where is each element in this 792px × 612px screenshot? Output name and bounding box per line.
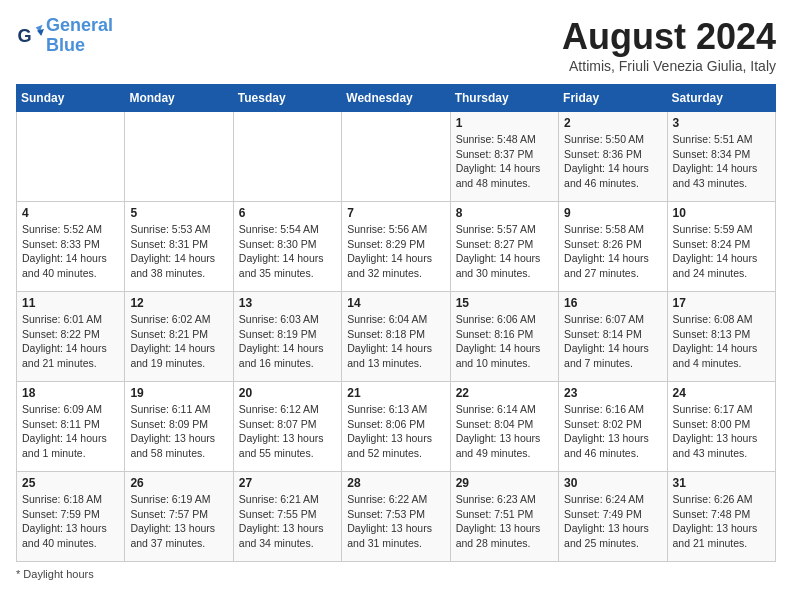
day-info: Sunrise: 5:56 AM Sunset: 8:29 PM Dayligh…	[347, 222, 444, 281]
day-number: 7	[347, 206, 444, 220]
calendar-week-row: 11Sunrise: 6:01 AM Sunset: 8:22 PM Dayli…	[17, 292, 776, 382]
day-number: 16	[564, 296, 661, 310]
day-number: 5	[130, 206, 227, 220]
day-info: Sunrise: 5:51 AM Sunset: 8:34 PM Dayligh…	[673, 132, 770, 191]
day-number: 25	[22, 476, 119, 490]
calendar-cell: 17Sunrise: 6:08 AM Sunset: 8:13 PM Dayli…	[667, 292, 775, 382]
weekday-header: Saturday	[667, 85, 775, 112]
day-info: Sunrise: 6:02 AM Sunset: 8:21 PM Dayligh…	[130, 312, 227, 371]
day-number: 19	[130, 386, 227, 400]
calendar-cell: 1Sunrise: 5:48 AM Sunset: 8:37 PM Daylig…	[450, 112, 558, 202]
day-number: 27	[239, 476, 336, 490]
day-number: 1	[456, 116, 553, 130]
day-info: Sunrise: 6:04 AM Sunset: 8:18 PM Dayligh…	[347, 312, 444, 371]
day-number: 14	[347, 296, 444, 310]
calendar-week-row: 4Sunrise: 5:52 AM Sunset: 8:33 PM Daylig…	[17, 202, 776, 292]
day-info: Sunrise: 6:11 AM Sunset: 8:09 PM Dayligh…	[130, 402, 227, 461]
calendar-cell: 16Sunrise: 6:07 AM Sunset: 8:14 PM Dayli…	[559, 292, 667, 382]
calendar-cell: 14Sunrise: 6:04 AM Sunset: 8:18 PM Dayli…	[342, 292, 450, 382]
weekday-header: Tuesday	[233, 85, 341, 112]
day-info: Sunrise: 6:12 AM Sunset: 8:07 PM Dayligh…	[239, 402, 336, 461]
calendar-cell: 13Sunrise: 6:03 AM Sunset: 8:19 PM Dayli…	[233, 292, 341, 382]
calendar-title: August 2024	[562, 16, 776, 58]
calendar-week-row: 1Sunrise: 5:48 AM Sunset: 8:37 PM Daylig…	[17, 112, 776, 202]
day-number: 11	[22, 296, 119, 310]
weekday-header: Sunday	[17, 85, 125, 112]
weekday-header: Friday	[559, 85, 667, 112]
calendar-cell: 23Sunrise: 6:16 AM Sunset: 8:02 PM Dayli…	[559, 382, 667, 472]
day-info: Sunrise: 6:13 AM Sunset: 8:06 PM Dayligh…	[347, 402, 444, 461]
calendar-cell: 27Sunrise: 6:21 AM Sunset: 7:55 PM Dayli…	[233, 472, 341, 562]
calendar-cell	[233, 112, 341, 202]
day-info: Sunrise: 6:24 AM Sunset: 7:49 PM Dayligh…	[564, 492, 661, 551]
day-number: 23	[564, 386, 661, 400]
calendar-cell: 19Sunrise: 6:11 AM Sunset: 8:09 PM Dayli…	[125, 382, 233, 472]
calendar-cell: 22Sunrise: 6:14 AM Sunset: 8:04 PM Dayli…	[450, 382, 558, 472]
day-info: Sunrise: 6:17 AM Sunset: 8:00 PM Dayligh…	[673, 402, 770, 461]
calendar-cell: 4Sunrise: 5:52 AM Sunset: 8:33 PM Daylig…	[17, 202, 125, 292]
calendar-cell: 31Sunrise: 6:26 AM Sunset: 7:48 PM Dayli…	[667, 472, 775, 562]
calendar-cell: 11Sunrise: 6:01 AM Sunset: 8:22 PM Dayli…	[17, 292, 125, 382]
calendar-subtitle: Attimis, Friuli Venezia Giulia, Italy	[562, 58, 776, 74]
day-number: 24	[673, 386, 770, 400]
day-number: 13	[239, 296, 336, 310]
calendar-cell: 15Sunrise: 6:06 AM Sunset: 8:16 PM Dayli…	[450, 292, 558, 382]
day-number: 30	[564, 476, 661, 490]
weekday-header: Wednesday	[342, 85, 450, 112]
title-area: August 2024 Attimis, Friuli Venezia Giul…	[562, 16, 776, 74]
svg-marker-2	[37, 29, 44, 36]
day-number: 20	[239, 386, 336, 400]
day-info: Sunrise: 6:26 AM Sunset: 7:48 PM Dayligh…	[673, 492, 770, 551]
calendar-cell: 2Sunrise: 5:50 AM Sunset: 8:36 PM Daylig…	[559, 112, 667, 202]
day-number: 12	[130, 296, 227, 310]
calendar-cell: 12Sunrise: 6:02 AM Sunset: 8:21 PM Dayli…	[125, 292, 233, 382]
calendar-week-row: 25Sunrise: 6:18 AM Sunset: 7:59 PM Dayli…	[17, 472, 776, 562]
day-info: Sunrise: 6:01 AM Sunset: 8:22 PM Dayligh…	[22, 312, 119, 371]
day-info: Sunrise: 5:48 AM Sunset: 8:37 PM Dayligh…	[456, 132, 553, 191]
day-number: 22	[456, 386, 553, 400]
day-number: 10	[673, 206, 770, 220]
calendar-cell: 6Sunrise: 5:54 AM Sunset: 8:30 PM Daylig…	[233, 202, 341, 292]
calendar-cell: 20Sunrise: 6:12 AM Sunset: 8:07 PM Dayli…	[233, 382, 341, 472]
day-info: Sunrise: 5:54 AM Sunset: 8:30 PM Dayligh…	[239, 222, 336, 281]
logo-icon: G	[16, 22, 44, 50]
calendar-table: SundayMondayTuesdayWednesdayThursdayFrid…	[16, 84, 776, 562]
calendar-cell	[342, 112, 450, 202]
calendar-week-row: 18Sunrise: 6:09 AM Sunset: 8:11 PM Dayli…	[17, 382, 776, 472]
calendar-cell: 3Sunrise: 5:51 AM Sunset: 8:34 PM Daylig…	[667, 112, 775, 202]
calendar-cell: 5Sunrise: 5:53 AM Sunset: 8:31 PM Daylig…	[125, 202, 233, 292]
footer-note: * Daylight hours	[16, 568, 776, 580]
day-info: Sunrise: 5:52 AM Sunset: 8:33 PM Dayligh…	[22, 222, 119, 281]
day-info: Sunrise: 6:19 AM Sunset: 7:57 PM Dayligh…	[130, 492, 227, 551]
day-number: 4	[22, 206, 119, 220]
calendar-cell: 29Sunrise: 6:23 AM Sunset: 7:51 PM Dayli…	[450, 472, 558, 562]
day-number: 28	[347, 476, 444, 490]
day-number: 29	[456, 476, 553, 490]
day-info: Sunrise: 5:53 AM Sunset: 8:31 PM Dayligh…	[130, 222, 227, 281]
calendar-cell: 21Sunrise: 6:13 AM Sunset: 8:06 PM Dayli…	[342, 382, 450, 472]
calendar-cell	[125, 112, 233, 202]
day-info: Sunrise: 5:59 AM Sunset: 8:24 PM Dayligh…	[673, 222, 770, 281]
day-info: Sunrise: 6:18 AM Sunset: 7:59 PM Dayligh…	[22, 492, 119, 551]
day-info: Sunrise: 6:08 AM Sunset: 8:13 PM Dayligh…	[673, 312, 770, 371]
day-number: 6	[239, 206, 336, 220]
day-number: 17	[673, 296, 770, 310]
logo-text: General Blue	[46, 16, 113, 56]
day-info: Sunrise: 5:57 AM Sunset: 8:27 PM Dayligh…	[456, 222, 553, 281]
calendar-cell: 18Sunrise: 6:09 AM Sunset: 8:11 PM Dayli…	[17, 382, 125, 472]
calendar-cell: 26Sunrise: 6:19 AM Sunset: 7:57 PM Dayli…	[125, 472, 233, 562]
day-info: Sunrise: 6:23 AM Sunset: 7:51 PM Dayligh…	[456, 492, 553, 551]
day-info: Sunrise: 6:21 AM Sunset: 7:55 PM Dayligh…	[239, 492, 336, 551]
calendar-cell: 30Sunrise: 6:24 AM Sunset: 7:49 PM Dayli…	[559, 472, 667, 562]
day-number: 18	[22, 386, 119, 400]
day-number: 3	[673, 116, 770, 130]
day-number: 26	[130, 476, 227, 490]
day-number: 15	[456, 296, 553, 310]
calendar-cell: 25Sunrise: 6:18 AM Sunset: 7:59 PM Dayli…	[17, 472, 125, 562]
calendar-cell	[17, 112, 125, 202]
weekday-header: Thursday	[450, 85, 558, 112]
day-number: 31	[673, 476, 770, 490]
calendar-cell: 28Sunrise: 6:22 AM Sunset: 7:53 PM Dayli…	[342, 472, 450, 562]
calendar-cell: 24Sunrise: 6:17 AM Sunset: 8:00 PM Dayli…	[667, 382, 775, 472]
day-info: Sunrise: 5:50 AM Sunset: 8:36 PM Dayligh…	[564, 132, 661, 191]
